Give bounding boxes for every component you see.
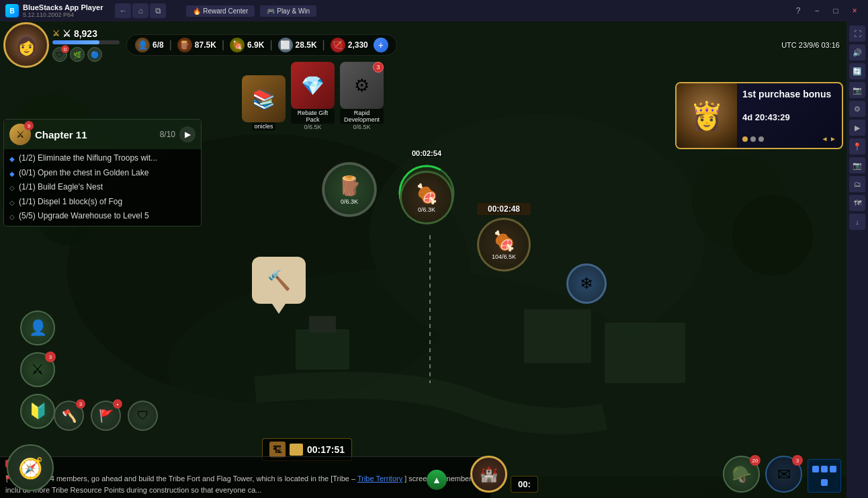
scroll-up-button[interactable]: ▲ [427, 470, 447, 490]
player-name: ⚔ ⚔ 8,923 [52, 28, 120, 39]
dot-1 [742, 136, 748, 142]
quest-item[interactable]: ◇ (1/1) Build Eagle's Nest [9, 182, 196, 193]
sidebar-screenshot-button[interactable]: 📷 [849, 82, 865, 98]
wood-icon: 🪵 [177, 38, 192, 52]
sidebar-down-button[interactable]: ↓ [849, 214, 865, 230]
shield-action-button[interactable]: 🔰 [20, 394, 55, 429]
player-action-button[interactable]: 👤 [20, 310, 55, 345]
utc-time: UTC 23/9/6 03:16 [781, 41, 843, 49]
wood-bubble-icon: 🪵 [338, 175, 361, 197]
chronicles-event-icon[interactable]: 📚 onicles [242, 75, 286, 130]
add-resources-button[interactable]: + [374, 38, 388, 52]
food-icon: 🍖 [230, 38, 245, 52]
helmet-badge: 20 [750, 455, 761, 466]
chapter-header: ⚔ 9 Chapter 11 8/10 ▶ [4, 120, 201, 149]
rapid-dev-icon[interactable]: ⚙ 3 Rapid Development 0/6.5K [340, 62, 384, 130]
quest-item[interactable]: ◆ (1/2) Eliminate the Niflung Troops wit… [9, 153, 196, 164]
chronicles-label: onicles [252, 122, 275, 130]
chapter-progress: 8/10 [160, 130, 175, 139]
town-button[interactable]: 🏰 [470, 456, 507, 493]
chat-messages: 🚩 Ketaro : R4 members, go ahead and buil… [0, 470, 490, 498]
nav-multi-button[interactable]: ⧉ [150, 3, 166, 18]
nav-home-button[interactable]: ⌂ [132, 3, 148, 18]
stone-resource[interactable]: ⬜ 28.5K [278, 38, 317, 52]
leaf-badge[interactable]: 🌿 [70, 47, 85, 62]
arrow-resource[interactable]: 🏹 2,330 [331, 38, 368, 52]
axe-button[interactable]: 🪓 3 [54, 401, 84, 431]
meat-bubble-2-inner: 🍖 104/6.5K [477, 218, 531, 272]
restore-button[interactable]: □ [828, 3, 844, 18]
grid-dot [830, 466, 836, 472]
quest-diamond-5: ◇ [9, 212, 15, 221]
meat-bubble-1-inner: 🍖 0/6.3K [400, 171, 453, 224]
chapter-title: Chapter 11 [35, 129, 87, 140]
purchase-bonus-timer: 4d 20:43:29 [742, 112, 836, 122]
shield-badge[interactable]: 🛡 0 [52, 47, 67, 62]
grid-menu-button[interactable] [808, 459, 841, 493]
quest-item[interactable]: ◇ (5/5) Upgrade Warehouse to Level 5 [9, 211, 196, 222]
battle-action-button[interactable]: ⚔ 3 [20, 352, 55, 387]
bs-nav-buttons: ← ⌂ ⧉ [108, 3, 173, 18]
circular-skill-icon[interactable]: ❄ [566, 263, 607, 304]
bubble-bg: 🔨 [252, 257, 306, 304]
helmet-button[interactable]: 🪖 20 [723, 456, 760, 493]
sidebar-macro-button[interactable]: ▶ [849, 120, 865, 136]
player-avatar[interactable]: 👩 [3, 22, 49, 68]
portrait-resource: 👤 6/8 [135, 38, 164, 52]
sidebar-settings-button[interactable]: ⚙ [849, 101, 865, 117]
stone-value: 28.5K [296, 40, 317, 50]
chat-header: 99+ [0, 457, 490, 470]
sidebar-instances-button[interactable]: 🗂 [849, 176, 865, 192]
meat-resource-bubble-1[interactable]: 00:02:54 🍖 0/6.3K [400, 149, 453, 224]
chat-panel: 99+ 🚩 Ketaro : R4 members, go ahead and … [0, 456, 490, 498]
chapter-nav-button[interactable]: ▶ [179, 126, 196, 142]
purchase-bonus-portrait: 👸 [677, 83, 737, 148]
help-button[interactable]: ? [790, 3, 806, 18]
meat-bubble-1-label: 0/6.3K [418, 206, 435, 213]
quest-text-1: (1/2) Eliminate the Niflung Troops wit..… [19, 153, 157, 164]
food-resource[interactable]: 🍖 6.9K [230, 38, 264, 52]
rebate-gift-icon[interactable]: 💎 Rebate Gift Pack 0/6.5K [291, 62, 335, 130]
sidebar-rotate-button[interactable]: 🔄 [849, 63, 865, 79]
minimize-button[interactable]: − [809, 3, 825, 18]
reward-center-button[interactable]: 🔥 Reward Center [186, 5, 255, 17]
meat-resource-bubble-2[interactable]: 00:02:48 🍖 104/6.5K [477, 203, 531, 272]
chapter-icon[interactable]: ⚔ 9 [9, 124, 31, 145]
chat-link[interactable]: Tribe Territory [357, 474, 402, 483]
wood-bubble-label: 0/6.3K [341, 198, 358, 205]
shield-small-button[interactable]: 🛡 [128, 401, 158, 431]
divider4: | [322, 39, 325, 51]
wood-value: 87.5K [195, 40, 216, 50]
rebate-label: Rebate Gift Pack [291, 109, 335, 124]
event-icons-row: 📚 onicles 💎 Rebate Gift Pack 0/6.5K ⚙ 3 … [242, 62, 384, 130]
sidebar-location-button[interactable]: 📍 [849, 138, 865, 155]
quest-item[interactable]: ◇ (1/1) Dispel 1 block(s) of Fog [9, 197, 196, 208]
sidebar-map-button[interactable]: 🗺 [849, 195, 865, 211]
quest-item[interactable]: ◆ (0/1) Open the chest in Golden Lake [9, 168, 196, 179]
battle-badge: 3 [45, 351, 56, 362]
compass-button[interactable]: 🧭 [7, 444, 54, 491]
compass-area: 🧭 [7, 444, 54, 491]
sidebar-camera-button[interactable]: 📷 [849, 157, 865, 173]
quest-diamond-2: ◆ [9, 169, 15, 178]
wood-resource[interactable]: 🪵 87.5K [177, 38, 216, 52]
build-timer-icon: 🏗 [269, 442, 286, 458]
purchase-bonus-card[interactable]: 👸 1st purchase bonus 4d 20:43:29 ◄ ► [675, 82, 843, 149]
nav-back-button[interactable]: ← [115, 3, 131, 18]
flag-badge: • [113, 399, 122, 409]
arrow-icon: 🏹 [331, 38, 345, 52]
meat-timer-1: 00:02:54 [400, 149, 453, 157]
quest-text-5: (5/5) Upgrade Warehouse to Level 5 [19, 211, 149, 222]
wood-resource-bubble[interactable]: 🪵 0/6.3K [322, 163, 376, 216]
quest-list: ◆ (1/2) Eliminate the Niflung Troops wit… [4, 149, 201, 226]
play-win-button[interactable]: 🎮 Play & Win [260, 5, 316, 17]
xp-bar [52, 40, 120, 44]
sidebar-volume-button[interactable]: 🔊 [849, 44, 865, 60]
close-button[interactable]: × [847, 3, 863, 18]
food-value: 6.9K [247, 40, 264, 50]
flag-button[interactable]: 🚩 • [91, 401, 121, 431]
blue-badge[interactable]: 🔵 [87, 47, 102, 62]
mail-button[interactable]: ✉ 3 [765, 456, 802, 493]
dot-2 [750, 136, 756, 142]
sidebar-expand-button[interactable]: ⛶ [849, 26, 865, 42]
